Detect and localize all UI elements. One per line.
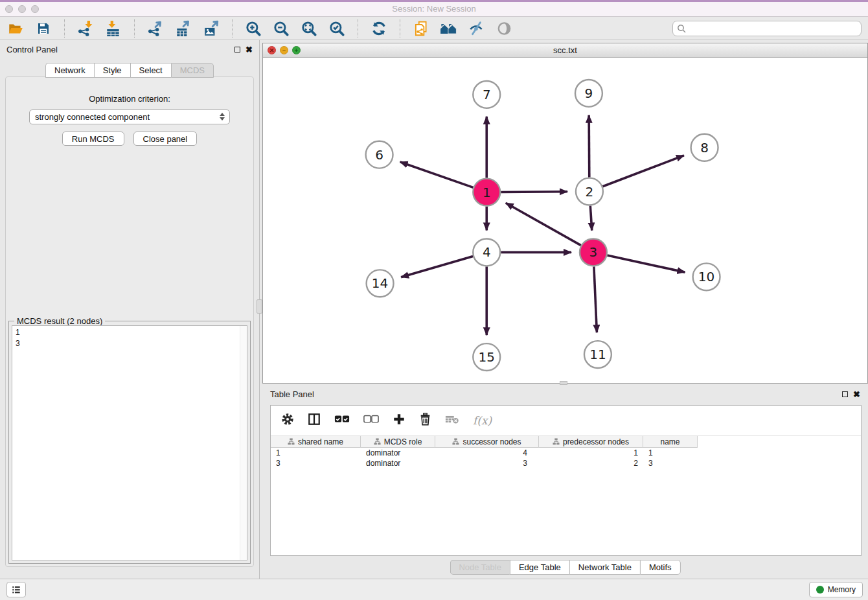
- graph-node-2[interactable]: 2: [576, 178, 603, 205]
- table-settings-button[interactable]: [281, 413, 294, 428]
- graph-node-9[interactable]: 9: [575, 80, 602, 107]
- column-header-name[interactable]: name: [643, 436, 698, 448]
- graph-node-11[interactable]: 11: [584, 341, 611, 368]
- tab-select[interactable]: Select: [130, 63, 171, 78]
- tab-node-table[interactable]: Node Table: [450, 560, 510, 575]
- graph-edge-2-3[interactable]: [590, 206, 591, 231]
- zoom-out-button[interactable]: [272, 19, 290, 38]
- export-table-button[interactable]: [174, 19, 192, 38]
- search-input[interactable]: [672, 21, 862, 36]
- mcds-result-scrollbar[interactable]: [240, 326, 247, 560]
- mcds-result-textarea[interactable]: 1 3: [12, 325, 247, 560]
- toolbar-separator: [64, 19, 65, 38]
- open-file-button[interactable]: [6, 19, 25, 38]
- table-panel-title: Table Panel: [270, 389, 314, 399]
- graph-node-14[interactable]: 14: [367, 270, 394, 297]
- zoom-selected-button[interactable]: [328, 19, 346, 38]
- show-hidden-button[interactable]: [496, 19, 514, 38]
- tab-motifs[interactable]: Motifs: [640, 560, 681, 575]
- graph-edge-4-14[interactable]: [401, 257, 473, 277]
- cell-predecessor-nodes[interactable]: 2: [539, 459, 643, 468]
- graph-node-8[interactable]: 8: [691, 134, 718, 161]
- table-row[interactable]: 3 dominator 3 2 3: [271, 458, 861, 468]
- optimization-criterion-select[interactable]: strongly connected component: [29, 110, 230, 124]
- table-row[interactable]: 1 dominator 4 1 1: [271, 448, 861, 458]
- close-panel-button[interactable]: Close panel: [133, 132, 198, 146]
- cell-shared-name[interactable]: 1: [271, 448, 361, 457]
- graph-node-10[interactable]: 10: [693, 263, 720, 290]
- home-layout-button[interactable]: [440, 19, 458, 38]
- memory-label: Memory: [828, 585, 856, 594]
- tab-network[interactable]: Network: [45, 63, 94, 78]
- cell-shared-name[interactable]: 3: [271, 459, 361, 468]
- task-history-button[interactable]: [6, 582, 26, 597]
- delete-column-button[interactable]: [419, 413, 431, 428]
- panel-divider-handle[interactable]: [257, 299, 262, 314]
- export-image-button[interactable]: [202, 19, 220, 38]
- column-header-shared-name[interactable]: shared name: [271, 436, 361, 448]
- first-neighbors-button[interactable]: [412, 19, 430, 38]
- graph-node-15[interactable]: 15: [473, 343, 500, 371]
- show-column-panel-button[interactable]: [308, 413, 321, 428]
- zoom-fit-button[interactable]: [300, 19, 318, 38]
- tab-network-table[interactable]: Network Table: [569, 560, 640, 575]
- cell-mcds-role[interactable]: dominator: [361, 459, 435, 468]
- cell-mcds-role[interactable]: dominator: [361, 448, 435, 457]
- memory-button[interactable]: Memory: [809, 582, 863, 597]
- tab-mcds[interactable]: MCDS: [171, 63, 214, 78]
- close-table-panel-icon[interactable]: ✖: [853, 390, 860, 398]
- eye-slash-icon: [468, 20, 485, 37]
- cell-successor-nodes[interactable]: 4: [435, 448, 539, 457]
- graph-node-3[interactable]: 3: [580, 238, 607, 266]
- hierarchy-icon: [288, 438, 295, 445]
- control-panel-header: Control Panel ✖: [0, 40, 259, 58]
- memory-status-icon: [816, 586, 824, 594]
- network-graph[interactable]: 7968124314101511: [263, 58, 867, 383]
- graph-edge-3-1[interactable]: [506, 203, 581, 245]
- first-neighbors-icon: [413, 20, 429, 37]
- network-canvas[interactable]: 7968124314101511: [263, 58, 867, 383]
- network-window-titlebar[interactable]: ✕ − + scc.txt: [263, 43, 867, 58]
- cell-predecessor-nodes[interactable]: 1: [539, 448, 643, 457]
- run-mcds-button[interactable]: Run MCDS: [62, 132, 124, 146]
- graph-edge-1-2[interactable]: [501, 192, 567, 192]
- cell-successor-nodes[interactable]: 3: [435, 459, 539, 468]
- column-header-predecessor-nodes[interactable]: predecessor nodes: [539, 436, 643, 448]
- create-column-button[interactable]: [393, 413, 405, 428]
- column-header-mcds-role[interactable]: MCDS role: [361, 436, 435, 448]
- graph-edge-2-9[interactable]: [589, 115, 589, 178]
- graph-edge-1-6[interactable]: [400, 162, 474, 187]
- function-builder-button[interactable]: f(x): [473, 414, 492, 427]
- graph-node-1[interactable]: 1: [473, 179, 500, 206]
- import-table-button[interactable]: [104, 19, 122, 38]
- hide-selected-button[interactable]: [468, 19, 486, 38]
- export-table-icon: [175, 20, 192, 37]
- svg-text:8: 8: [700, 140, 709, 156]
- cell-name[interactable]: 3: [643, 459, 698, 468]
- delete-table-button[interactable]: [445, 414, 459, 427]
- graph-node-7[interactable]: 7: [473, 81, 500, 108]
- float-table-panel-icon[interactable]: [842, 391, 848, 397]
- column-header-successor-nodes[interactable]: successor nodes: [435, 436, 539, 448]
- refresh-button[interactable]: [370, 19, 388, 38]
- save-session-button[interactable]: [34, 19, 52, 38]
- toolbar-separator: [134, 19, 135, 38]
- graph-node-6[interactable]: 6: [366, 141, 393, 168]
- graph-edge-2-8[interactable]: [602, 156, 683, 187]
- control-panel-tabs: Network Style Select MCDS: [45, 63, 214, 78]
- cell-name[interactable]: 1: [643, 448, 698, 457]
- close-panel-icon[interactable]: ✖: [246, 45, 253, 54]
- deselect-all-columns-button[interactable]: [363, 415, 379, 426]
- import-network-button[interactable]: [76, 19, 95, 38]
- export-network-button[interactable]: [146, 19, 165, 38]
- tab-style[interactable]: Style: [94, 63, 130, 78]
- network-window-resize-handle[interactable]: [560, 381, 567, 385]
- tab-edge-table[interactable]: Edge Table: [510, 560, 569, 575]
- graph-edge-3-10[interactable]: [607, 255, 685, 272]
- graph-edge-3-11[interactable]: [594, 266, 597, 332]
- svg-text:9: 9: [585, 86, 593, 101]
- select-all-columns-button[interactable]: [334, 415, 350, 426]
- float-panel-icon[interactable]: [234, 47, 240, 52]
- graph-node-4[interactable]: 4: [473, 238, 500, 266]
- zoom-in-button[interactable]: [244, 19, 262, 38]
